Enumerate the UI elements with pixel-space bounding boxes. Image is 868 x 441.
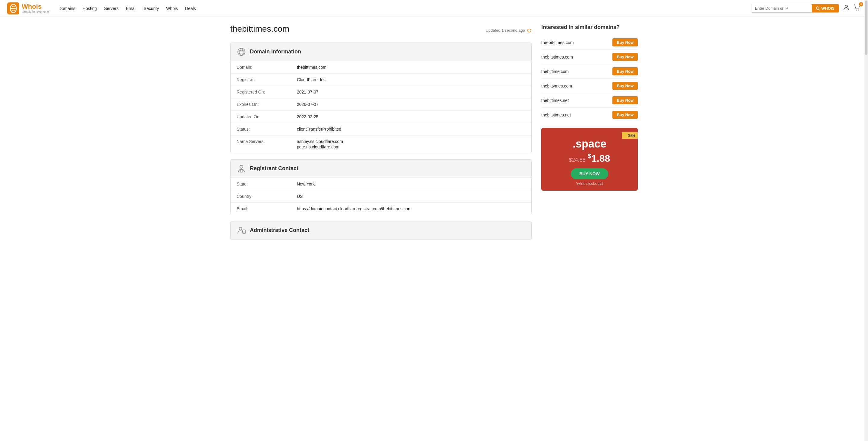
buy-now-button[interactable]: Buy Now [613,53,638,61]
field-label: Name Servers: [230,135,291,153]
domain-info-card: Domain Information Domain:thebittimes.co… [230,42,532,153]
refresh-icon[interactable] [527,28,532,33]
logo-whois-text: Whois [22,3,49,10]
logo-tagline-text: Identity for everyone [22,10,49,13]
buy-now-button[interactable]: Buy Now [613,111,638,119]
field-value: thebittimes.com [291,61,531,74]
table-row: Expires On:2026-07-07 [230,98,531,110]
field-value: CloudFlare, Inc. [291,73,531,86]
similar-domain-name: thebittymes.com [541,84,572,88]
sale-note: *while stocks last [547,182,632,186]
registrant-contact-card: Registrant Contact State:New YorkCountry… [230,159,532,215]
search-icon [816,6,820,10]
field-label: Email: [230,202,291,215]
sale-dollar-sign: $ [588,153,591,159]
field-value: US [291,190,531,202]
nav-email[interactable]: Email [126,5,136,12]
domain-globe-icon [237,47,246,57]
user-account-icon[interactable] [843,4,850,13]
admin-contact-card: Administrative Contact [230,221,532,240]
similar-domain-name: the-bit-times.com [541,40,574,45]
nav-links: Domains Hosting Servers Email Security W… [59,5,751,12]
similar-domains-section: Interested in similar domains? the-bit-t… [541,24,638,122]
similar-domain-row: thebitstimes.netBuy Now [541,108,638,122]
field-value: ashley.ns.cloudflare.compete.ns.cloudfla… [291,135,531,153]
svg-point-5 [845,5,847,7]
registrant-header: Registrant Contact [230,159,531,178]
admin-title: Administrative Contact [250,227,309,233]
buy-now-button[interactable]: Buy Now [613,38,638,47]
table-row: Name Servers:ashley.ns.cloudflare.compet… [230,135,531,153]
table-row: Country:US [230,190,531,202]
svg-rect-12 [241,170,242,172]
nav-servers[interactable]: Servers [104,5,119,12]
field-label: Registrar: [230,73,291,86]
search-button[interactable]: WHOIS [812,4,839,12]
domain-info-table: Domain:thebittimes.comRegistrar:CloudFla… [230,61,531,153]
field-value: clientTransferProhibited [291,123,531,135]
similar-domain-row: thebitstimes.comBuy Now [541,50,638,64]
field-label: Domain: [230,61,291,74]
nav-hosting[interactable]: Hosting [83,5,97,12]
similar-domains-list: the-bit-times.comBuy Nowthebitstimes.com… [541,35,638,122]
table-row: Registrar:CloudFlare, Inc. [230,73,531,86]
table-row: Status:clientTransferProhibited [230,123,531,135]
field-label: Updated On: [230,110,291,123]
registrant-title: Registrant Contact [250,165,299,172]
cart-badge: 0 [859,2,863,6]
similar-domain-name: thebitstimes.com [541,55,573,59]
admin-person-doc-icon [237,226,246,235]
logo-link[interactable]: Whois Identity for everyone [7,2,49,14]
field-value: https://domaincontact.cloudflareregistra… [291,202,531,215]
page-title: thebittimes.com [230,24,289,34]
svg-point-13 [239,227,242,230]
admin-header: Administrative Contact [230,222,531,240]
field-label: Country: [230,190,291,202]
sale-tld: .space [547,138,632,150]
scrollbar[interactable] [864,0,868,246]
scrollbar-thumb[interactable] [865,1,867,55]
sidebar: Interested in similar domains? the-bit-t… [541,24,638,246]
nav-whois[interactable]: Whois [166,5,178,12]
nav-security[interactable]: Security [144,5,159,12]
search-input[interactable] [751,4,812,12]
field-label: Registered On: [230,86,291,98]
similar-domain-row: thebittimes.netBuy Now [541,93,638,108]
buy-now-button[interactable]: Buy Now [613,96,638,105]
name-server-entry: pete.ns.cloudflare.com [297,145,525,149]
sale-banner: Sale .space $24.88 $1.88 BUY NOW *while … [541,128,638,190]
sale-buy-button[interactable]: BUY NOW [571,168,608,179]
navbar: Whois Identity for everyone Domains Host… [0,0,868,17]
registrant-person-icon [237,164,246,173]
table-row: Domain:thebittimes.com [230,61,531,74]
sale-price-value: 1.88 [591,153,610,164]
content-area: thebittimes.com Updated 1 second ago [230,24,532,246]
whois-logo-icon [7,2,19,14]
sale-old-price: $24.88 [569,157,586,163]
svg-point-6 [856,10,857,10]
field-label: State: [230,178,291,190]
registrant-info-table: State:New YorkCountry:USEmail:https://do… [230,178,531,215]
buy-now-button[interactable]: Buy Now [613,82,638,90]
domain-info-header: Domain Information [230,43,531,61]
cart-icon[interactable]: 0 [854,4,861,13]
field-value: New York [291,178,531,190]
sale-price-row: $24.88 $1.88 [547,153,632,164]
main-container: thebittimes.com Updated 1 second ago [223,17,645,246]
updated-row: Updated 1 second ago [486,28,532,33]
updated-text: Updated 1 second ago [486,28,525,33]
field-value: 2021-07-07 [291,86,531,98]
field-label: Status: [230,123,291,135]
search-btn-label: WHOIS [821,6,835,10]
similar-domains-title: Interested in similar domains? [541,24,638,30]
name-server-entry: ashley.ns.cloudflare.com [297,139,525,144]
svg-point-11 [240,165,243,168]
nav-domains[interactable]: Domains [59,5,75,12]
similar-domain-name: thebitstimes.net [541,113,571,117]
svg-line-4 [818,9,820,10]
table-row: Updated On:2022-02-25 [230,110,531,123]
domain-info-title: Domain Information [250,49,301,55]
nav-deals[interactable]: Deals [185,5,196,12]
sale-ribbon: Sale [622,132,638,139]
buy-now-button[interactable]: Buy Now [613,67,638,76]
